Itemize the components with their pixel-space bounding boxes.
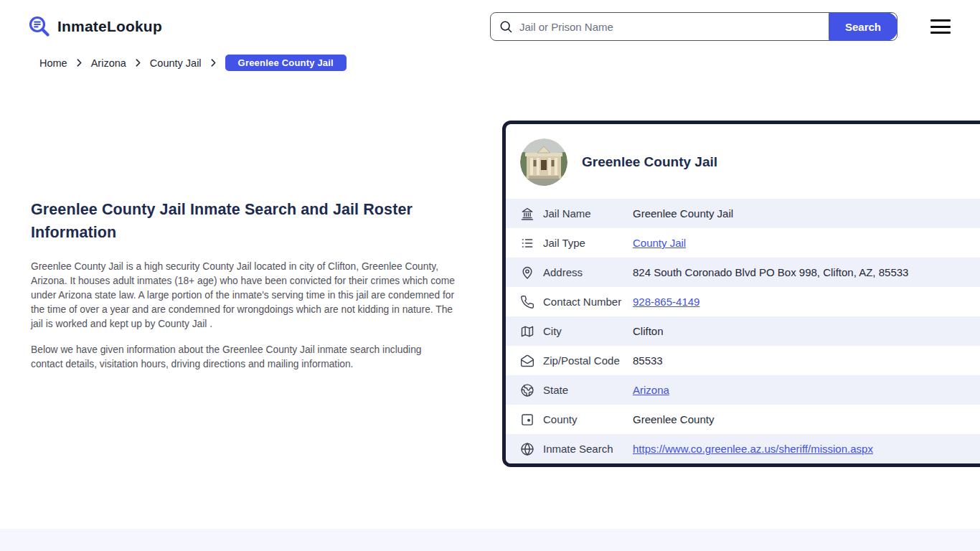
jail-info-rows: Jail Name Greenlee County Jail Jail Type…	[506, 199, 980, 463]
breadcrumb: Home Arizona County Jail Greenlee County…	[39, 55, 347, 71]
info-row: Address 824 South Coronado Blvd PO Box 9…	[506, 258, 980, 287]
info-row: County Greenlee County	[506, 405, 980, 434]
map-icon	[520, 324, 534, 339]
mail-icon	[520, 354, 534, 368]
site-logo[interactable]: InmateLookup	[27, 14, 162, 39]
earth-icon	[520, 383, 534, 397]
info-row: Jail Type County Jail	[506, 228, 980, 258]
phone-icon	[520, 295, 534, 309]
row-value-link[interactable]: Arizona	[633, 384, 669, 396]
info-row: City Clifton	[506, 316, 980, 346]
search-button[interactable]: Search	[829, 12, 897, 41]
chevron-right-icon	[133, 58, 143, 67]
list-icon	[520, 236, 534, 250]
row-value: 824 South Coronado Blvd PO Box 998, Clif…	[633, 266, 908, 278]
row-value-link[interactable]: 928-865-4149	[633, 296, 699, 308]
info-row: State Arizona	[506, 375, 980, 405]
chevron-right-icon	[75, 58, 84, 67]
top-header: InmateLookup Search	[0, 0, 980, 46]
row-value: 928-865-4149	[633, 296, 699, 308]
page-title: Greenlee County Jail Inmate Search and J…	[31, 198, 456, 244]
row-label: County	[543, 413, 633, 425]
jail-info-card: Greenlee County Jail Jail Name Greenlee …	[502, 121, 980, 467]
landmark-icon	[520, 207, 534, 221]
map-pin-icon	[520, 265, 534, 280]
row-label: Address	[543, 266, 633, 278]
jail-card-title: Greenlee County Jail	[582, 154, 717, 170]
article-column: Greenlee County Jail Inmate Search and J…	[31, 198, 456, 383]
row-value: County Jail	[633, 237, 686, 249]
row-label: Jail Name	[543, 207, 633, 220]
info-row: Contact Number 928-865-4149	[506, 287, 980, 316]
search-bar: Search	[490, 12, 897, 41]
card-header: Greenlee County Jail	[506, 124, 980, 199]
row-value-link[interactable]: https://www.co.greenlee.az.us/sheriff/mi…	[633, 443, 873, 455]
menu-icon[interactable]	[930, 19, 951, 34]
row-value: Greenlee County	[633, 413, 714, 425]
chevron-right-icon	[209, 58, 218, 67]
breadcrumb-county-jail[interactable]: County Jail	[150, 57, 202, 69]
footer-strip	[0, 529, 980, 551]
brand-name: InmateLookup	[57, 18, 162, 35]
intro-paragraph: Greenlee County Jail is a high security …	[31, 260, 456, 331]
magnifier-list-icon	[27, 14, 52, 39]
jail-photo-avatar	[520, 138, 567, 186]
globe-meridians-icon	[520, 442, 534, 456]
map-pinned-icon	[520, 413, 534, 427]
secondary-paragraph: Below we have given information about th…	[31, 343, 456, 372]
breadcrumb-arizona[interactable]: Arizona	[91, 57, 126, 69]
row-label: Zip/Postal Code	[543, 354, 633, 367]
search-icon	[499, 19, 513, 34]
breadcrumb-home[interactable]: Home	[39, 57, 67, 69]
breadcrumb-current-pill: Greenlee County Jail	[225, 55, 347, 71]
row-value: https://www.co.greenlee.az.us/sheriff/mi…	[633, 443, 873, 455]
row-value-link[interactable]: County Jail	[633, 237, 686, 249]
row-value: Arizona	[633, 384, 669, 396]
row-value: Clifton	[633, 325, 664, 337]
info-row: Zip/Postal Code 85533	[506, 346, 980, 375]
row-label: City	[543, 325, 633, 337]
row-value: 85533	[633, 354, 663, 367]
row-label: Jail Type	[543, 237, 633, 249]
info-row: Inmate Search https://www.co.greenlee.az…	[506, 434, 980, 463]
row-value: Greenlee County Jail	[633, 207, 733, 220]
row-label: Inmate Search	[543, 443, 633, 455]
row-label: Contact Number	[543, 296, 633, 308]
info-row: Jail Name Greenlee County Jail	[506, 199, 980, 228]
row-label: State	[543, 384, 633, 396]
